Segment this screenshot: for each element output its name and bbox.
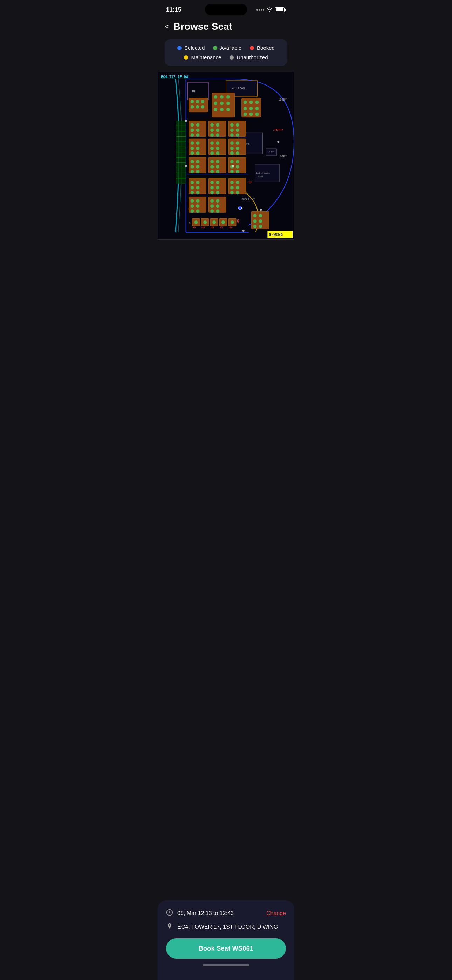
- svg-point-67: [236, 128, 239, 132]
- svg-point-69: [236, 133, 239, 137]
- svg-text:LIFT: LIFT: [268, 151, 274, 154]
- maintenance-dot: [184, 56, 188, 60]
- svg-point-27: [196, 105, 199, 109]
- svg-text:NTC: NTC: [192, 90, 197, 93]
- svg-point-124: [210, 186, 214, 189]
- svg-point-145: [210, 204, 214, 208]
- svg-point-23: [191, 100, 194, 103]
- floor-plan-svg[interactable]: EC4-T17-1F-DW D-WING NTC AHU ROOM SERVER…: [158, 72, 294, 239]
- svg-text:LOBBY: LOBBY: [278, 98, 286, 101]
- svg-point-98: [196, 170, 199, 173]
- svg-point-50: [191, 123, 194, 127]
- svg-point-62: [216, 133, 220, 137]
- svg-point-101: [216, 160, 220, 163]
- svg-point-37: [220, 108, 224, 111]
- svg-point-24: [196, 100, 199, 103]
- svg-point-41: [250, 100, 253, 104]
- svg-point-33: [214, 102, 217, 105]
- svg-point-134: [236, 191, 239, 194]
- svg-point-89: [236, 146, 239, 150]
- svg-point-34: [220, 102, 224, 105]
- legend-unauthorized: Unauthorized: [229, 54, 268, 60]
- svg-point-167: [253, 220, 257, 223]
- svg-point-35: [226, 102, 230, 105]
- svg-point-129: [230, 181, 234, 185]
- svg-point-88: [230, 146, 234, 150]
- svg-point-119: [191, 191, 194, 194]
- svg-point-148: [216, 209, 220, 213]
- svg-point-137: [196, 199, 199, 203]
- svg-point-93: [191, 160, 194, 163]
- svg-point-68: [230, 133, 234, 137]
- svg-point-94: [196, 160, 199, 163]
- svg-point-158: [231, 221, 234, 224]
- svg-point-43: [244, 107, 247, 110]
- legend-selected: Selected: [177, 45, 205, 51]
- svg-point-75: [196, 146, 199, 150]
- svg-text:FC: FC: [188, 221, 191, 224]
- svg-point-77: [196, 151, 199, 155]
- svg-point-47: [250, 113, 253, 116]
- header: < Browse Seat: [158, 18, 294, 38]
- svg-point-64: [230, 123, 234, 127]
- svg-point-81: [210, 146, 214, 150]
- back-button[interactable]: <: [165, 22, 169, 31]
- svg-point-102: [210, 165, 214, 169]
- svg-point-84: [216, 151, 220, 155]
- svg-text:X: X: [237, 219, 239, 224]
- svg-point-97: [191, 170, 194, 173]
- svg-point-141: [196, 209, 199, 213]
- svg-point-90: [230, 151, 234, 155]
- available-dot: [213, 46, 217, 50]
- svg-point-186: [260, 208, 262, 211]
- svg-point-117: [191, 186, 194, 189]
- svg-text:HBC: HBC: [193, 226, 196, 229]
- svg-point-185: [232, 165, 234, 167]
- svg-point-120: [196, 191, 199, 194]
- svg-point-53: [196, 128, 199, 132]
- svg-point-76: [191, 151, 194, 155]
- floor-plan-container[interactable]: EC4-T17-1F-DW D-WING NTC AHU ROOM SERVER…: [158, 72, 294, 240]
- svg-point-28: [201, 105, 204, 109]
- svg-point-169: [253, 225, 257, 228]
- svg-point-45: [255, 107, 259, 110]
- legend-available: Available: [213, 45, 242, 51]
- booked-label: Booked: [257, 45, 275, 51]
- svg-point-87: [236, 141, 239, 145]
- svg-text:←ENTRY: ←ENTRY: [273, 129, 283, 132]
- svg-point-189: [238, 206, 242, 210]
- svg-point-130: [236, 181, 239, 185]
- svg-point-42: [255, 100, 259, 104]
- svg-point-103: [216, 165, 220, 169]
- svg-point-54: [191, 133, 194, 137]
- svg-point-187: [277, 140, 279, 143]
- svg-point-83: [210, 151, 214, 155]
- bottom-spacer: [158, 240, 294, 310]
- svg-point-127: [216, 191, 220, 194]
- svg-text:ELECTRICAL: ELECTRICAL: [256, 172, 270, 175]
- svg-point-46: [244, 113, 247, 116]
- svg-point-65: [236, 123, 239, 127]
- dynamic-island: [205, 3, 247, 16]
- svg-point-118: [196, 186, 199, 189]
- legend-maintenance: Maintenance: [184, 54, 221, 60]
- svg-point-91: [236, 151, 239, 155]
- svg-text:HBC: HBC: [229, 226, 232, 229]
- svg-point-150: [194, 221, 197, 224]
- svg-point-147: [210, 209, 214, 213]
- svg-point-100: [210, 160, 214, 163]
- svg-point-72: [191, 141, 194, 145]
- svg-point-80: [216, 141, 220, 145]
- svg-text:LOBBY: LOBBY: [278, 155, 286, 158]
- svg-point-170: [259, 225, 263, 228]
- svg-point-30: [214, 95, 217, 99]
- svg-point-38: [226, 108, 230, 111]
- svg-text:EC4-T17-1F-DW: EC4-T17-1F-DW: [161, 75, 188, 79]
- svg-point-66: [230, 128, 234, 132]
- svg-point-122: [210, 181, 214, 185]
- svg-point-146: [216, 204, 220, 208]
- selected-label: Selected: [184, 45, 205, 51]
- svg-point-111: [230, 170, 234, 173]
- svg-point-95: [191, 165, 194, 169]
- svg-point-36: [214, 108, 217, 111]
